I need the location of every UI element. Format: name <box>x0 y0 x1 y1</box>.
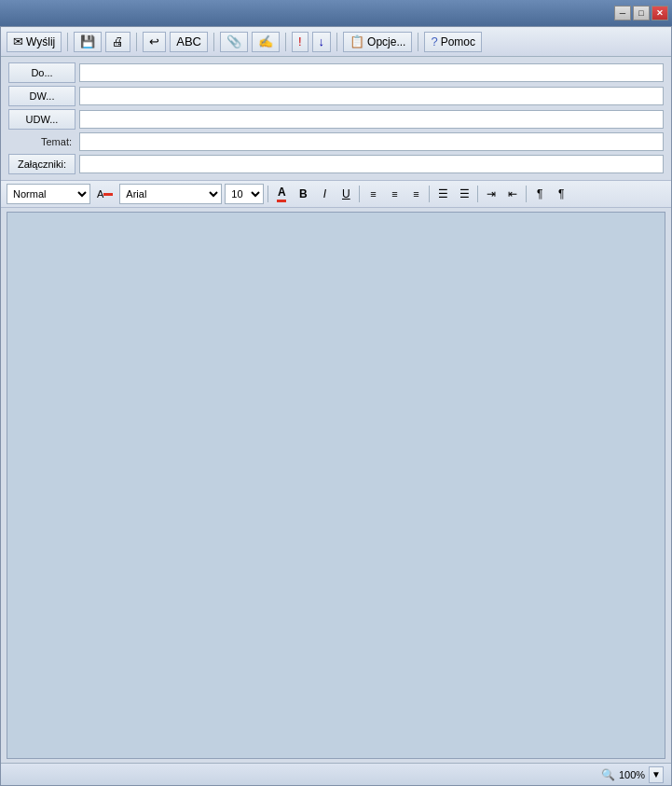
fmt-sep-4 <box>477 186 478 202</box>
font-color-a-button[interactable]: A <box>272 184 291 204</box>
options-button[interactable]: 📋 Opcje... <box>343 32 412 52</box>
main-window: ✉ Wyślij 💾 🖨 ↩ ABC 📎 ✍ ! ↓ <box>0 26 672 786</box>
bcc-button[interactable]: UDW... <box>8 109 75 130</box>
bold-button[interactable]: B <box>294 184 312 204</box>
indent-increase-icon: ⇥ <box>487 187 496 200</box>
options-label: Opcje... <box>367 35 405 48</box>
priority-low-button[interactable]: ↓ <box>312 32 332 52</box>
attach-button[interactable]: 📎 <box>220 32 248 52</box>
subject-label: Temat: <box>8 136 75 147</box>
spellcheck-icon: ABC <box>176 35 201 48</box>
send-icon: ✉ <box>13 35 23 48</box>
close-button[interactable]: ✕ <box>651 6 668 21</box>
font-color-button[interactable]: A <box>93 184 117 204</box>
fmt-sep-5 <box>526 186 527 202</box>
undo-button[interactable]: ↩ <box>143 32 166 52</box>
subject-row: Temat: <box>8 132 664 151</box>
fmt-sep-1 <box>267 186 268 202</box>
to-button[interactable]: Do... <box>8 62 75 83</box>
ordered-list-button[interactable]: ☰ <box>455 184 473 204</box>
unordered-list-icon: ☰ <box>438 187 448 200</box>
compose-form: Do... DW... UDW... Temat: Załączniki: <box>1 57 671 180</box>
size-select[interactable]: 10 <box>225 184 264 204</box>
fmt-sep-3 <box>429 186 430 202</box>
indent-increase-button[interactable]: ⇥ <box>482 184 501 204</box>
toolbar-sep-1 <box>67 33 68 51</box>
to-input[interactable] <box>79 63 664 82</box>
cc-row: DW... <box>8 86 664 106</box>
attach-input[interactable] <box>79 155 664 173</box>
zoom-dropdown[interactable]: ▼ <box>649 766 664 783</box>
toolbar-sep-2 <box>136 33 137 51</box>
print-button[interactable]: 🖨 <box>105 32 130 52</box>
to-row: Do... <box>8 62 664 83</box>
fmt-sep-2 <box>359 186 360 202</box>
indent-decrease-button[interactable]: ⇤ <box>503 184 522 204</box>
bcc-row: UDW... <box>8 109 664 130</box>
status-bar: 🔍 100% ▼ <box>1 763 671 785</box>
format-toolbar: Normal A Arial 10 A B I U ≡ ≡ ≡ <box>1 180 671 208</box>
paragraph-button[interactable]: ¶ <box>530 184 549 204</box>
send-button[interactable]: ✉ Wyślij <box>7 32 62 52</box>
attach-icon: 📎 <box>226 35 241 48</box>
font-color-a-icon: A <box>277 186 286 202</box>
priority-low-icon: ↓ <box>319 35 325 48</box>
undo-icon: ↩ <box>149 35 159 48</box>
help-icon: ? <box>431 35 437 48</box>
signature-icon: ✍ <box>258 35 273 48</box>
title-bar: ─ □ ✕ <box>0 0 672 26</box>
help-button[interactable]: ? Pomoc <box>424 32 482 52</box>
align-right-button[interactable]: ≡ <box>406 184 425 204</box>
toolbar-sep-6 <box>418 33 418 51</box>
editor-content[interactable] <box>7 213 665 758</box>
formatting-marks-icon: ¶ <box>558 187 564 200</box>
font-color-bar <box>103 193 113 196</box>
editor-area[interactable] <box>7 212 665 759</box>
send-label: Wyślij <box>26 35 55 48</box>
indent-decrease-icon: ⇤ <box>508 187 517 200</box>
zoom-percent: 100% <box>619 769 645 780</box>
zoom-icon: 🔍 <box>601 768 615 781</box>
align-center-icon: ≡ <box>391 188 397 200</box>
align-right-icon: ≡ <box>413 188 418 200</box>
style-select[interactable]: Normal <box>7 184 90 204</box>
underline-button[interactable]: U <box>336 184 355 204</box>
main-toolbar: ✉ Wyślij 💾 🖨 ↩ ABC 📎 ✍ ! ↓ <box>1 27 671 57</box>
minimize-button[interactable]: ─ <box>614 6 631 21</box>
cc-button[interactable]: DW... <box>8 86 75 106</box>
bcc-input[interactable] <box>79 110 664 129</box>
window-controls: ─ □ ✕ <box>614 6 668 21</box>
cc-input[interactable] <box>79 87 664 105</box>
align-left-button[interactable]: ≡ <box>363 184 382 204</box>
signature-button[interactable]: ✍ <box>252 32 280 52</box>
toolbar-sep-5 <box>336 33 337 51</box>
zoom-control: 🔍 100% ▼ <box>601 766 664 783</box>
subject-input[interactable] <box>79 132 664 151</box>
save-icon: 💾 <box>80 35 95 48</box>
attach-button-label[interactable]: Załączniki: <box>8 154 75 174</box>
italic-button[interactable]: I <box>315 184 334 204</box>
maximize-button[interactable]: □ <box>633 6 650 21</box>
unordered-list-button[interactable]: ☰ <box>433 184 452 204</box>
align-left-icon: ≡ <box>370 188 376 200</box>
toolbar-sep-3 <box>213 33 214 51</box>
attach-row: Załączniki: <box>8 154 664 174</box>
align-center-button[interactable]: ≡ <box>385 184 404 204</box>
toolbar-sep-4 <box>285 33 286 51</box>
print-icon: 🖨 <box>112 35 124 48</box>
priority-high-icon: ! <box>298 35 302 48</box>
priority-high-button[interactable]: ! <box>292 32 309 52</box>
save-button[interactable]: 💾 <box>74 32 102 52</box>
help-label: Pomoc <box>441 35 475 48</box>
spellcheck-button[interactable]: ABC <box>170 32 208 52</box>
font-select[interactable]: Arial <box>119 184 222 204</box>
formatting-marks-button[interactable]: ¶ <box>552 184 570 204</box>
paragraph-icon: ¶ <box>537 187 542 200</box>
ordered-list-icon: ☰ <box>459 187 470 200</box>
options-icon: 📋 <box>350 35 364 48</box>
